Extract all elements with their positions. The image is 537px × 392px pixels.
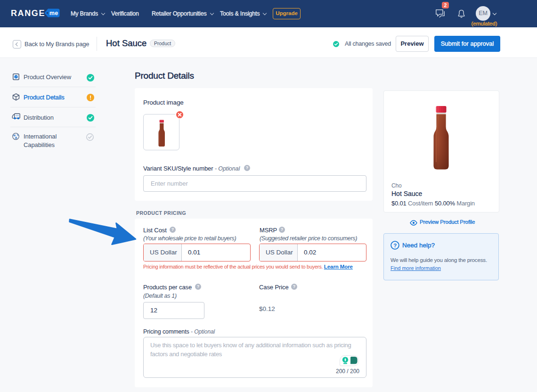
svg-text:?: ? — [393, 243, 397, 248]
svg-text:me: me — [49, 9, 58, 16]
